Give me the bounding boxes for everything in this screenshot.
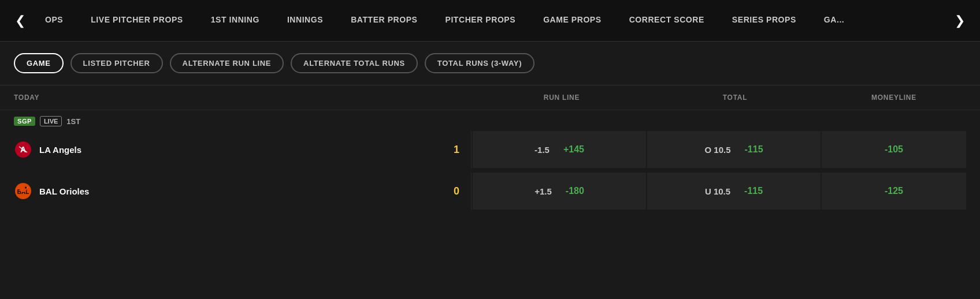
nav-item-innings[interactable]: INNINGS — [273, 0, 337, 42]
header-run-line: RUN LINE — [475, 94, 648, 102]
nav-item-ops[interactable]: OPS — [31, 0, 77, 42]
nav-item-ga[interactable]: GA... — [810, 0, 858, 42]
tab-listed-pitcher[interactable]: LISTED PITCHER — [70, 53, 163, 73]
angels-total-odds: -115 — [745, 144, 763, 155]
header-total: TOTAL — [648, 94, 822, 102]
orioles-logo: BAL — [14, 182, 32, 200]
svg-point-7 — [25, 187, 27, 189]
nav-items-list: OPS LIVE PITCHER PROPS 1ST INNING INNING… — [31, 0, 949, 42]
angels-run-line-odds: +145 — [563, 144, 584, 155]
orioles-moneyline-odds: -125 — [885, 186, 903, 196]
tab-alternate-run-line[interactable]: ALTERNATE RUN LINE — [170, 53, 284, 73]
angels-logo: A — [14, 140, 32, 159]
nav-item-pitcher-props[interactable]: PITCHER PROPS — [432, 0, 530, 42]
game-badges: SGP LIVE 1ST — [14, 116, 966, 126]
orioles-run-line-odds: -180 — [566, 186, 584, 196]
team-info-orioles: BAL BAL Orioles 0 — [14, 173, 472, 210]
nav-right-arrow[interactable]: ❯ — [949, 13, 971, 28]
angels-score: 1 — [454, 144, 471, 156]
team-info-angels: A LA Angels 1 — [14, 131, 472, 168]
teams-grid: A LA Angels 1 -1.5 +145 O 10.5 -115 -105 — [14, 131, 966, 210]
header-moneyline: MONEYLINE — [822, 94, 966, 102]
angels-run-line-spread: -1.5 — [534, 145, 550, 155]
badge-live: LIVE — [40, 116, 62, 126]
orioles-run-line-spread: +1.5 — [534, 186, 552, 196]
angels-team-name: LA Angels — [39, 145, 81, 155]
orioles-total-label: U 10.5 — [705, 186, 730, 196]
nav-item-1st-inning[interactable]: 1ST INNING — [197, 0, 273, 42]
nav-item-live-pitcher-props[interactable]: LIVE PITCHER PROPS — [77, 0, 196, 42]
orioles-total-cell[interactable]: U 10.5 -115 — [647, 173, 821, 210]
header-today: TODAY — [14, 94, 475, 102]
orioles-team-name: BAL Orioles — [39, 186, 89, 196]
content-area: TODAY RUN LINE TOTAL MONEYLINE SGP LIVE … — [0, 85, 980, 210]
orioles-total-odds: -115 — [744, 186, 763, 196]
nav-item-game-props[interactable]: GAME PROPS — [529, 0, 615, 42]
angels-moneyline-cell[interactable]: -105 — [822, 131, 966, 168]
row-divider-total — [647, 169, 821, 171]
nav-left-arrow[interactable]: ❮ — [9, 13, 31, 28]
top-navigation: ❮ OPS LIVE PITCHER PROPS 1ST INNING INNI… — [0, 0, 980, 42]
orioles-run-line-cell[interactable]: +1.5 -180 — [473, 173, 646, 210]
angels-moneyline-odds: -105 — [885, 144, 903, 155]
orioles-score: 0 — [454, 185, 471, 197]
table-header: TODAY RUN LINE TOTAL MONEYLINE — [0, 85, 980, 110]
game-container: SGP LIVE 1ST A LA Angels 1 -1.5 — [0, 110, 980, 210]
nav-item-series-props[interactable]: SERIES PROPS — [718, 0, 810, 42]
nav-item-batter-props[interactable]: BATTER PROPS — [337, 0, 431, 42]
row-divider — [14, 169, 472, 171]
badge-inning: 1ST — [66, 117, 80, 126]
row-divider-runline — [473, 169, 646, 171]
tab-game[interactable]: GAME — [14, 53, 64, 73]
angels-total-cell[interactable]: O 10.5 -115 — [647, 131, 821, 168]
badge-sgp: SGP — [14, 117, 35, 126]
orioles-moneyline-cell[interactable]: -125 — [822, 173, 966, 210]
nav-item-correct-score[interactable]: CORRECT SCORE — [615, 0, 718, 42]
tab-total-runs-3way[interactable]: TOTAL RUNS (3-WAY) — [425, 53, 534, 73]
angels-total-label: O 10.5 — [704, 145, 730, 155]
angels-run-line-cell[interactable]: -1.5 +145 — [473, 131, 646, 168]
row-divider-moneyline — [822, 169, 966, 171]
sub-navigation: GAME LISTED PITCHER ALTERNATE RUN LINE A… — [0, 42, 980, 85]
tab-alternate-total-runs[interactable]: ALTERNATE TOTAL RUNS — [291, 53, 418, 73]
